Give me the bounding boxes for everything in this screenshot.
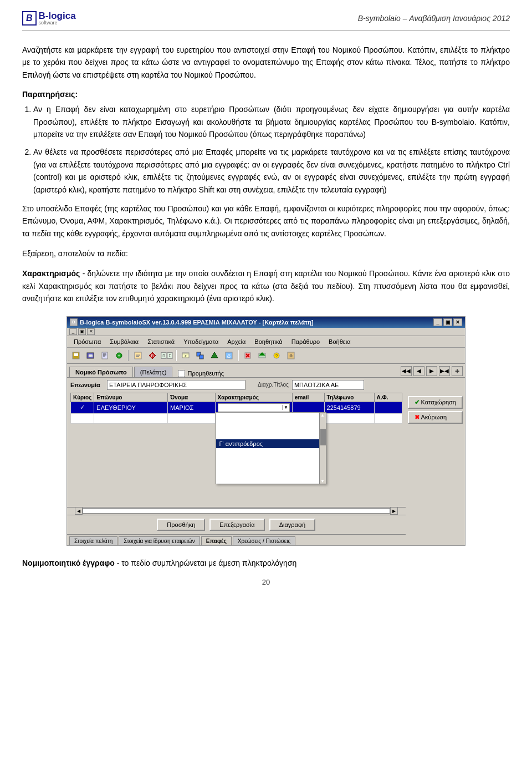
hscroll-right-button[interactable]: ▶	[390, 507, 398, 515]
xaraktirismos-dropdown-arrow[interactable]: ▼	[282, 405, 288, 410]
tab-epafes[interactable]: Επαφές	[201, 536, 232, 545]
menu-ypodeignata[interactable]: Υποδείγματα	[179, 337, 223, 346]
menu-statistika[interactable]: Στατιστικά	[143, 337, 179, 346]
scroll-up-button[interactable]: ▲	[320, 413, 326, 418]
tab-stoixeia-pelati[interactable]: Στοιχεία πελάτη	[69, 536, 117, 545]
nav-first-button[interactable]: ◀◀	[401, 366, 412, 376]
dropdown-item-7[interactable]: Διαχειριστής	[216, 466, 326, 475]
dropdown-scrollbar[interactable]: ▲ ▼	[319, 413, 326, 484]
dropdown-item-5[interactable]: Γραμματέας	[216, 448, 326, 457]
cell-xaraktirismos[interactable]: ▼ Αντιπρόεδρος Διευθύνων Σύμβουλος Ατομι…	[215, 402, 292, 413]
menu-prosopa[interactable]: Πρόσωπα	[69, 337, 105, 346]
tab-xreoseis[interactable]: Χρεώσεις / Πιστώσεις	[233, 536, 296, 545]
main-content-col: Κύριος Επώνυμο Όνομα Χαρακτηρισμός email…	[67, 393, 406, 545]
minimize-button[interactable]: _	[433, 318, 442, 326]
cell-af	[374, 402, 402, 413]
edit-button[interactable]: Επεξεργασία	[209, 519, 264, 531]
dropdown-item-6[interactable]: Δ/ντης υποκαταστήματος	[216, 457, 326, 466]
toolbar: 📖 + B ΠΣ €	[67, 348, 465, 364]
nav-prev-button[interactable]: ◀	[413, 366, 424, 376]
eponumia-label: Επωνυμία	[70, 382, 104, 388]
horizontal-scrollbar[interactable]: ◀ ▶	[67, 507, 406, 515]
win-title-left: B B-logica B-symbolaioSX ver.13.0.4.999 …	[70, 318, 314, 326]
menu-arxeia[interactable]: Αρχεία	[223, 337, 250, 346]
notes-list: Αν η Επαφή δεν είναι καταχωρημένη στο ευ…	[33, 103, 510, 196]
logo: B B-logica software	[22, 11, 76, 26]
sub-close-button[interactable]: ✕	[87, 328, 95, 335]
toolbar-btn-12[interactable]	[241, 349, 254, 362]
cell-tilefono: 2254145879	[324, 402, 374, 413]
delete-button[interactable]: Διαγραφή	[269, 519, 316, 531]
svg-rect-11	[136, 354, 140, 354]
close-button[interactable]: ✕	[453, 318, 462, 326]
para1: Αναζητήστε και μαρκάρετε την εγγραφή του…	[22, 44, 510, 81]
svg-rect-24	[200, 355, 203, 359]
bold-term: Χαρακτηρισμός	[22, 269, 80, 278]
toolbar-btn-2[interactable]: 📖	[84, 349, 97, 362]
tab-idrusi[interactable]: Στοιχεία για ίδρυση εταιρειών	[119, 536, 200, 545]
logo-subtitle: software	[39, 21, 76, 26]
menu-symbolia[interactable]: Συμβόλαια	[105, 337, 143, 346]
toolbar-btn-14[interactable]: ?	[270, 349, 283, 362]
diachr-input[interactable]	[292, 380, 364, 390]
empty-cell-2	[94, 413, 168, 423]
dropdown-item-1[interactable]: Αντιπρόεδρος Διευθύνων Σύμβουλος	[216, 413, 326, 422]
eponumia-input[interactable]	[107, 380, 245, 390]
svg-text:B: B	[151, 353, 154, 358]
win-controls[interactable]: _ ▣ ✕	[433, 318, 462, 326]
scroll-down-button[interactable]: ▼	[320, 479, 326, 484]
dropdown-item-3[interactable]: Β' αντιπρόεδρος	[216, 430, 326, 439]
toolbar-btn-11[interactable]: 🖨	[222, 349, 236, 362]
table-row[interactable]: ✓ ΕΛΕΥΘΕΡΙΟΥ ΜΑΡΙΟΣ ▼	[71, 402, 402, 413]
toolbar-btn-13[interactable]	[255, 349, 269, 362]
svg-rect-1	[74, 353, 78, 356]
toolbar-btn-8[interactable]: €	[179, 349, 192, 362]
toolbar-btn-3[interactable]	[98, 349, 111, 362]
empty-cell-7	[374, 413, 402, 423]
page-footer: 20	[22, 578, 510, 586]
toolbar-btn-9[interactable]	[193, 349, 207, 362]
menu-parathuro[interactable]: Παράθυρο	[287, 337, 324, 346]
promitheutis-checkbox[interactable]	[178, 370, 185, 377]
hscroll-left-button[interactable]: ◀	[75, 507, 83, 515]
kataxorisi-button[interactable]: ✔ Καταχώρηση	[408, 396, 463, 409]
menu-voithitika[interactable]: Βοηθητικά	[250, 337, 287, 346]
toolbar-btn-15[interactable]: ⚙	[284, 349, 298, 362]
menubar: Πρόσωπα Συμβόλαια Στατιστικά Υποδείγματα…	[67, 336, 465, 348]
sub-restore-button[interactable]: ▣	[78, 328, 86, 335]
toolbar-btn-5[interactable]	[131, 349, 145, 362]
sub-minimize-button[interactable]: _	[69, 328, 77, 335]
akurosi-button[interactable]: ✖ Ακύρωση	[408, 411, 463, 424]
dropdown-item-2[interactable]: Ατομικό μέλος	[216, 422, 326, 430]
col-onoma: Όνομα	[168, 393, 215, 402]
toolbar-btn-1[interactable]	[69, 349, 83, 362]
nav-add-button[interactable]: +	[452, 366, 463, 376]
toolbar-btn-6[interactable]: B	[146, 349, 159, 362]
toolbar-btn-7[interactable]: ΠΣ	[160, 349, 173, 362]
logo-text: B-logica	[39, 11, 76, 21]
menu-voitheia[interactable]: Βοήθεια	[324, 337, 355, 346]
svg-text:+: +	[117, 353, 120, 358]
add-button[interactable]: Προσθήκη	[157, 519, 205, 531]
dropdown-item-4[interactable]: Γ' αντιπρόεδρος	[216, 439, 326, 448]
xaraktirismos-dropdown[interactable]: Αντιπρόεδρος Διευθύνων Σύμβουλος Ατομικό…	[216, 412, 326, 484]
restore-button[interactable]: ▣	[443, 318, 452, 326]
tab-nomiko-prosopo[interactable]: Νομικό Πρόσωπο	[69, 367, 133, 377]
hscroll-track[interactable]	[83, 508, 390, 514]
svg-marker-25	[211, 352, 218, 358]
screenshot-window: B B-logica B-symbolaioSX ver.13.0.4.999 …	[66, 316, 466, 546]
toolbar-btn-4[interactable]: +	[112, 349, 126, 362]
empty-cell-3	[168, 413, 215, 423]
sub-win-controls[interactable]: _ ▣ ✕	[69, 328, 95, 335]
logo-b: B	[26, 13, 33, 23]
tab-pelatis[interactable]: (Πελάτης)	[134, 367, 173, 377]
scroll-track	[320, 418, 326, 479]
nav-next-button[interactable]: ▶	[426, 366, 437, 376]
outer-layout: Κύριος Επώνυμο Όνομα Χαρακτηρισμός email…	[67, 393, 465, 545]
nav-last-button[interactable]: ▶◀	[439, 366, 450, 376]
cell-kyrios: ✓	[71, 402, 94, 413]
svg-rect-13	[136, 356, 139, 357]
dropdown-item-8[interactable]: Διευθύνων Σύμβουλος	[216, 475, 326, 484]
contacts-grid: Κύριος Επώνυμο Όνομα Χαρακτηρισμός email…	[70, 393, 402, 424]
toolbar-btn-10[interactable]	[208, 349, 221, 362]
